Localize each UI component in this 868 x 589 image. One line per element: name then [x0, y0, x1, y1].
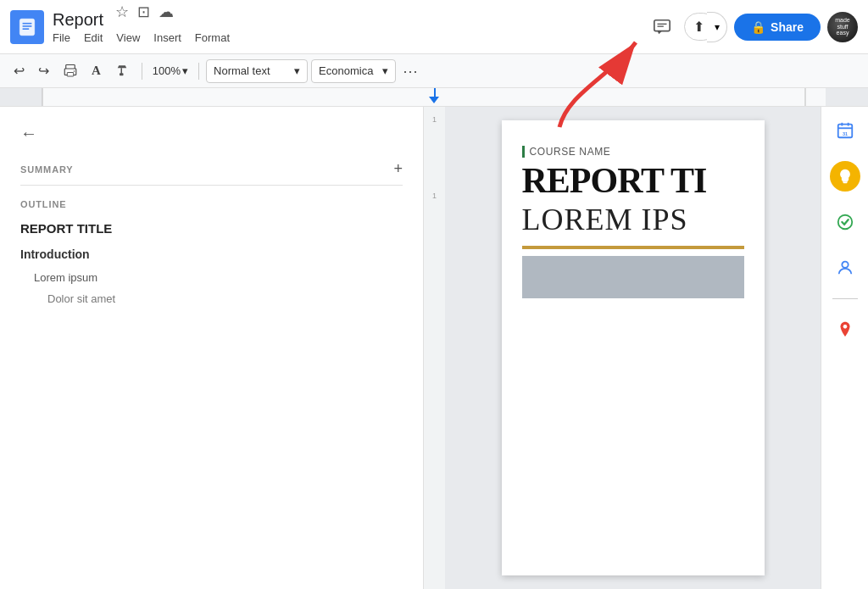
star-icon[interactable]: ☆: [115, 3, 129, 21]
summary-label: SUMMARY: [20, 164, 74, 175]
undo-button[interactable]: ↩: [8, 59, 30, 82]
svg-point-13: [74, 70, 75, 72]
gold-divider: [522, 246, 744, 249]
present-icon: ⬆: [693, 19, 704, 35]
present-dropdown[interactable]: ▾: [707, 12, 727, 42]
svg-marker-9: [658, 31, 663, 34]
right-sidebar: 31: [821, 107, 868, 589]
outline-item-lorem[interactable]: Lorem ipsum: [20, 269, 403, 286]
toolbar-divider-2: [198, 63, 199, 80]
maps-icon[interactable]: [830, 314, 860, 345]
toolbar-divider-1: [142, 63, 142, 80]
svg-rect-24: [843, 182, 847, 184]
ruler-track: [0, 88, 868, 106]
toolbar: ↩ ↪ A 100% ▾ Normal text ▾ Economica ▾ ⋯: [0, 54, 868, 88]
style-select[interactable]: Normal text ▾: [206, 59, 308, 83]
left-panel: ← SUMMARY + OUTLINE REPORT TITLE Introdu…: [0, 107, 424, 589]
title-icons: ☆ ⊡ ☁: [115, 3, 174, 21]
menu-insert[interactable]: Insert: [153, 31, 181, 44]
document-page: COURSE NAME REPORT TI LOREM IPS: [502, 120, 765, 575]
menu-format[interactable]: Format: [195, 31, 230, 44]
menu-view[interactable]: View: [116, 31, 140, 44]
main-area: ← SUMMARY + OUTLINE REPORT TITLE Introdu…: [0, 107, 868, 589]
share-button[interactable]: 🔒 Share: [734, 14, 821, 41]
more-options-button[interactable]: ⋯: [399, 60, 421, 82]
avatar[interactable]: madestuffeasy: [827, 12, 858, 42]
svg-rect-12: [67, 72, 74, 76]
avatar-text: madestuffeasy: [835, 17, 850, 36]
style-value: Normal text: [214, 64, 270, 77]
style-arrow: ▾: [294, 64, 300, 77]
cloud-icon[interactable]: ☁: [159, 3, 174, 21]
app-icon[interactable]: [10, 10, 44, 44]
course-name-text: COURSE NAME: [530, 146, 611, 158]
back-arrow[interactable]: ←: [20, 124, 37, 143]
outline-label: OUTLINE: [20, 199, 403, 209]
svg-rect-23: [842, 181, 848, 182]
print-button[interactable]: [58, 60, 83, 82]
lorem-text: LOREM IPS: [522, 202, 744, 237]
folder-icon[interactable]: ⊡: [137, 3, 150, 21]
tasks-icon[interactable]: [830, 207, 860, 237]
document-area[interactable]: COURSE NAME REPORT TI LOREM IPS: [445, 107, 821, 589]
paint-format-button[interactable]: [109, 60, 135, 82]
menu-edit[interactable]: Edit: [84, 31, 103, 44]
font-arrow: ▾: [382, 64, 388, 77]
svg-rect-6: [654, 19, 670, 31]
share-label: Share: [771, 20, 804, 34]
svg-point-26: [842, 262, 848, 268]
lightbulb-icon[interactable]: [830, 161, 860, 192]
sidebar-divider: [832, 298, 858, 299]
zoom-value: 100%: [153, 64, 181, 77]
comment-button[interactable]: [647, 12, 677, 42]
add-summary-button[interactable]: +: [393, 160, 403, 178]
svg-rect-15: [120, 73, 124, 75]
svg-text:31: 31: [842, 131, 847, 136]
document-title-area: Report ☆ ⊡ ☁ File Edit View Insert Forma…: [53, 9, 230, 44]
font-value: Economica: [319, 64, 373, 77]
margin-number-2: 1: [432, 192, 437, 200]
top-bar: Report ☆ ⊡ ☁ File Edit View Insert Forma…: [0, 0, 868, 54]
text-cursor: [522, 146, 525, 158]
calendar-icon[interactable]: 31: [830, 115, 860, 146]
zoom-select[interactable]: 100% ▾: [149, 63, 192, 79]
report-title-text: REPORT TI: [522, 163, 744, 198]
summary-divider: [20, 185, 403, 186]
present-btn-group: ⬆ ▾: [684, 12, 727, 42]
ruler: [0, 88, 868, 107]
font-select[interactable]: Economica ▾: [311, 59, 396, 83]
lock-icon: 🔒: [751, 20, 765, 34]
header-right: ⬆ ▾ 🔒 Share madestuffeasy: [647, 12, 858, 42]
summary-header: SUMMARY +: [20, 160, 403, 178]
gray-image-placeholder: [522, 256, 744, 298]
people-icon[interactable]: [830, 253, 860, 283]
document-title[interactable]: Report: [53, 9, 103, 30]
left-margin: 1 1: [424, 107, 445, 589]
menu-file[interactable]: File: [53, 31, 70, 44]
margin-number-1: 1: [432, 115, 437, 124]
doc-menu: File Edit View Insert Format: [53, 31, 230, 44]
zoom-arrow: ▾: [182, 64, 188, 77]
course-name: COURSE NAME: [522, 146, 744, 158]
outline-item-dolor[interactable]: Dolor sit amet: [20, 291, 403, 307]
redo-button[interactable]: ↪: [33, 59, 54, 82]
outline-item-report-title[interactable]: REPORT TITLE: [20, 219, 403, 237]
svg-point-27: [843, 325, 847, 329]
outline-item-introduction[interactable]: Introduction: [20, 246, 403, 263]
format-text-button[interactable]: A: [86, 60, 106, 81]
